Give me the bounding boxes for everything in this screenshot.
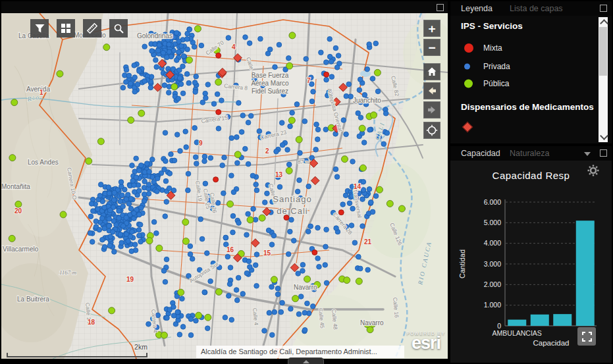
marker-publica[interactable] xyxy=(15,201,22,207)
marker-privada[interactable] xyxy=(97,227,102,232)
marker-privada[interactable] xyxy=(225,254,230,259)
marker-privada[interactable] xyxy=(240,113,246,118)
marker-privada[interactable] xyxy=(199,43,204,48)
marker-privada[interactable] xyxy=(333,45,338,51)
marker-privada[interactable] xyxy=(221,191,227,196)
marker-privada[interactable] xyxy=(356,254,361,259)
marker-privada[interactable] xyxy=(234,298,240,303)
marker-privada[interactable] xyxy=(279,309,284,315)
marker-privada[interactable] xyxy=(138,239,144,244)
marker-privada[interactable] xyxy=(135,82,140,88)
marker-privada[interactable] xyxy=(280,143,285,148)
marker-privada[interactable] xyxy=(186,80,192,86)
marker-privada[interactable] xyxy=(288,306,294,311)
marker-publica[interactable] xyxy=(86,158,92,165)
marker-privada[interactable] xyxy=(350,206,356,211)
marker-privada[interactable] xyxy=(302,328,307,333)
marker-privada[interactable] xyxy=(370,209,375,215)
marker-privada[interactable] xyxy=(280,300,285,305)
marker-privada[interactable] xyxy=(202,290,207,295)
marker-privada[interactable] xyxy=(269,242,275,247)
marker-privada[interactable] xyxy=(155,189,160,194)
zoom-out-button[interactable]: − xyxy=(423,39,440,56)
marker-privada[interactable] xyxy=(285,147,290,153)
marker-privada[interactable] xyxy=(192,44,197,49)
marker-privada[interactable] xyxy=(142,44,147,49)
marker-privada[interactable] xyxy=(346,82,352,87)
marker-publica[interactable] xyxy=(9,235,15,242)
marker-privada[interactable] xyxy=(265,191,270,196)
marker-privada[interactable] xyxy=(167,171,173,176)
marker-privada[interactable] xyxy=(142,78,147,84)
marker-privada[interactable] xyxy=(295,189,300,194)
marker-mixta[interactable] xyxy=(213,177,219,182)
marker-privada[interactable] xyxy=(250,173,255,178)
marker-privada[interactable] xyxy=(136,228,142,233)
marker-privada[interactable] xyxy=(132,190,138,195)
marker-privada[interactable] xyxy=(220,163,225,168)
marker-privada[interactable] xyxy=(203,95,209,101)
marker-privada[interactable] xyxy=(243,35,248,40)
marker-privada[interactable] xyxy=(204,251,209,256)
marker-publica[interactable] xyxy=(296,136,302,143)
marker-privada[interactable] xyxy=(108,234,113,240)
marker-privada[interactable] xyxy=(311,89,316,94)
marker-publica[interactable] xyxy=(271,276,277,283)
marker-privada[interactable] xyxy=(317,264,322,269)
marker-privada[interactable] xyxy=(246,259,252,264)
marker-privada[interactable] xyxy=(254,252,259,257)
marker-privada[interactable] xyxy=(309,99,315,104)
marker-privada[interactable] xyxy=(258,36,263,41)
marker-privada[interactable] xyxy=(269,332,275,338)
marker-privada[interactable] xyxy=(174,30,179,36)
forward-button[interactable] xyxy=(423,101,440,118)
marker-privada[interactable] xyxy=(361,179,366,184)
marker-privada[interactable] xyxy=(107,208,113,213)
marker-privada[interactable] xyxy=(289,217,294,222)
marker-privada[interactable] xyxy=(350,159,356,165)
marker-publica[interactable] xyxy=(215,288,222,295)
marker-privada[interactable] xyxy=(247,41,252,46)
marker-privada[interactable] xyxy=(180,296,185,301)
marker-privada[interactable] xyxy=(120,85,126,90)
marker-publica[interactable] xyxy=(97,138,104,145)
marker-privada[interactable] xyxy=(188,332,194,338)
marker-privada[interactable] xyxy=(117,209,122,214)
marker-publica[interactable] xyxy=(138,110,145,117)
marker-privada[interactable] xyxy=(130,229,135,234)
marker-privada[interactable] xyxy=(323,263,328,268)
marker-mixta[interactable] xyxy=(324,72,329,77)
marker-privada[interactable] xyxy=(153,57,159,63)
map-maximize-icon[interactable] xyxy=(437,4,444,11)
marker-publica[interactable] xyxy=(259,215,265,221)
marker-publica[interactable] xyxy=(161,332,167,338)
marker-privada[interactable] xyxy=(151,180,157,185)
marker-publica[interactable] xyxy=(60,211,67,218)
marker-privada[interactable] xyxy=(310,304,315,309)
marker-privada[interactable] xyxy=(119,240,124,246)
marker-privada[interactable] xyxy=(358,266,363,271)
marker-privada[interactable] xyxy=(144,161,149,167)
filter-button[interactable] xyxy=(30,19,49,38)
marker-privada[interactable] xyxy=(365,267,371,273)
gear-icon[interactable] xyxy=(587,165,599,176)
marker-privada[interactable] xyxy=(119,180,124,185)
marker-privada[interactable] xyxy=(315,137,320,142)
marker-privada[interactable] xyxy=(90,209,95,214)
marker-privada[interactable] xyxy=(323,244,329,249)
marker-privada[interactable] xyxy=(370,76,375,82)
marker-privada[interactable] xyxy=(205,82,211,88)
locate-button[interactable] xyxy=(423,122,440,139)
marker-privada[interactable] xyxy=(126,201,132,207)
marker-privada[interactable] xyxy=(200,236,205,242)
marker-privada[interactable] xyxy=(269,284,275,290)
marker-privada[interactable] xyxy=(357,88,362,93)
marker-privada[interactable] xyxy=(297,178,302,183)
marker-privada[interactable] xyxy=(162,83,167,88)
marker-privada[interactable] xyxy=(267,310,272,315)
marker-publica[interactable] xyxy=(360,165,366,171)
marker-privada[interactable] xyxy=(336,53,341,59)
marker-privada[interactable] xyxy=(327,54,333,59)
marker-privada[interactable] xyxy=(298,294,304,299)
attribute-table-toggle[interactable] xyxy=(288,357,324,364)
